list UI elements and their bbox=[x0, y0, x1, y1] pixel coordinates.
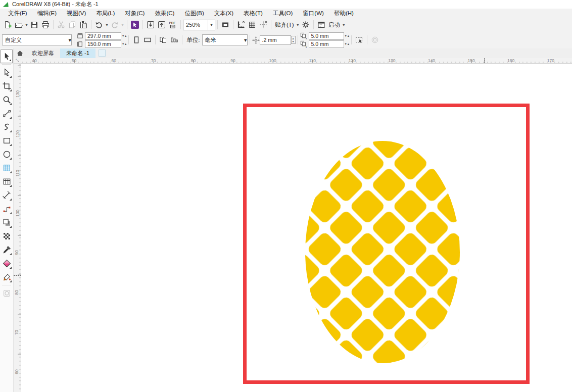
transparency-tool[interactable] bbox=[1, 229, 13, 243]
redo-icon[interactable] bbox=[109, 19, 120, 30]
home-icon[interactable] bbox=[14, 48, 26, 58]
page-height-icon bbox=[76, 40, 84, 48]
menu-item-10[interactable]: 窗口(W) bbox=[298, 9, 329, 18]
color-eyedropper-tool[interactable] bbox=[1, 243, 13, 257]
menu-item-1[interactable]: 编辑(E) bbox=[32, 9, 62, 18]
shape-tool[interactable] bbox=[1, 66, 13, 79]
grid-toggle-icon[interactable] bbox=[247, 19, 258, 30]
divider bbox=[74, 35, 74, 44]
chevron-down-icon[interactable]: ▾ bbox=[68, 37, 71, 43]
launch-icon[interactable] bbox=[316, 19, 327, 30]
duplicate-y-field[interactable]: 5.0 mm bbox=[309, 40, 344, 48]
duplicate-x-stepper[interactable]: ▾ ▴ bbox=[345, 34, 349, 38]
chevron-down-icon[interactable]: ▾ bbox=[105, 23, 109, 27]
menu-item-0[interactable]: 文件(F) bbox=[3, 9, 32, 18]
chevron-down-icon[interactable]: ▾ bbox=[296, 23, 300, 27]
all-pages-button[interactable] bbox=[158, 34, 169, 45]
divider bbox=[367, 35, 367, 44]
page-height-stepper[interactable]: ▾ ▴ bbox=[122, 42, 126, 46]
copy-icon[interactable] bbox=[67, 19, 78, 30]
vruler-label-60: 60 bbox=[14, 369, 19, 374]
svg-text:y: y bbox=[305, 44, 307, 48]
smart-fill-tool[interactable] bbox=[1, 270, 13, 284]
hruler-label-80: 80 bbox=[191, 58, 196, 63]
current-page-button[interactable] bbox=[169, 34, 180, 45]
menu-item-11[interactable]: 帮助(H) bbox=[329, 9, 359, 18]
menu-item-2[interactable]: 视图(V) bbox=[62, 9, 91, 18]
search-content-icon[interactable] bbox=[129, 19, 140, 30]
document-tab-1[interactable]: 未命名 -1 bbox=[60, 48, 96, 58]
menu-item-9[interactable]: 工具(O) bbox=[268, 9, 298, 18]
vertical-ruler[interactable]: 13012011010090807060 bbox=[14, 64, 21, 392]
pattern-ellipse-shape[interactable] bbox=[21, 64, 572, 392]
treat-as-filled-button[interactable] bbox=[354, 34, 365, 45]
new-document-icon[interactable] bbox=[2, 19, 13, 30]
rectangle-tool[interactable] bbox=[1, 134, 13, 148]
zoom-level-combo[interactable]: 250%▾ bbox=[183, 20, 215, 30]
chevron-down-icon[interactable]: ▾ bbox=[208, 20, 215, 30]
drop-shadow-tool[interactable] bbox=[1, 216, 13, 229]
rulers-toggle-icon[interactable] bbox=[235, 19, 247, 30]
chevron-down-icon[interactable]: ▾ bbox=[120, 23, 125, 27]
import-icon[interactable] bbox=[145, 19, 156, 30]
crop-tool[interactable] bbox=[1, 79, 13, 93]
parallel-dimension-tool[interactable] bbox=[1, 188, 13, 202]
interactive-fill-tool[interactable] bbox=[1, 257, 13, 270]
ruler-origin-button[interactable]: ⤡ bbox=[14, 58, 21, 64]
units-combo[interactable]: 毫米 ▾ bbox=[202, 34, 248, 45]
page-width-field[interactable]: 297.0 mm bbox=[85, 32, 121, 40]
open-icon[interactable] bbox=[13, 19, 24, 30]
vruler-label-70: 70 bbox=[14, 330, 19, 334]
launch-dropdown[interactable]: 启动 bbox=[327, 21, 342, 29]
nudge-distance-field[interactable]: .2 mm bbox=[260, 35, 291, 45]
menu-item-8[interactable]: 表格(T) bbox=[239, 9, 268, 18]
toolbar-divider bbox=[180, 20, 181, 29]
horizontal-ruler[interactable]: 405060708090100110120130140150160170 bbox=[21, 58, 572, 64]
page-height-field[interactable]: 150.0 mm bbox=[85, 40, 121, 48]
fullscreen-preview-icon[interactable] bbox=[220, 19, 231, 30]
cut-icon[interactable] bbox=[56, 19, 67, 30]
document-tab-0[interactable]: 欢迎屏幕 bbox=[26, 48, 60, 58]
hruler-label-50: 50 bbox=[72, 58, 76, 63]
landscape-button[interactable] bbox=[142, 34, 153, 45]
new-tab-button[interactable] bbox=[99, 50, 106, 57]
menu-item-3[interactable]: 布局(L) bbox=[91, 9, 120, 18]
graph-paper-tool[interactable] bbox=[1, 161, 13, 175]
units-label: 单位: bbox=[184, 36, 202, 44]
connector-tool[interactable] bbox=[1, 202, 13, 216]
drawing-canvas[interactable] bbox=[21, 64, 572, 392]
table-tool[interactable] bbox=[1, 175, 13, 188]
outline-pen-tool[interactable] bbox=[1, 286, 13, 300]
menu-item-5[interactable]: 效果(C) bbox=[150, 9, 179, 18]
duplicate-y-stepper[interactable]: ▾ ▴ bbox=[345, 42, 349, 46]
save-icon[interactable] bbox=[29, 19, 40, 30]
print-icon[interactable] bbox=[40, 19, 51, 30]
page-width-stepper[interactable]: ▾ ▴ bbox=[122, 34, 126, 38]
nudge-stepper[interactable]: ▴▾ bbox=[291, 36, 296, 44]
paste-icon[interactable] bbox=[78, 19, 89, 30]
duplicate-x-field[interactable]: 5.0 mm bbox=[309, 32, 344, 40]
menu-item-7[interactable]: 文本(X) bbox=[209, 9, 239, 18]
options-gear-icon[interactable] bbox=[300, 19, 311, 30]
portrait-button[interactable] bbox=[131, 34, 142, 45]
menu-item-6[interactable]: 位图(B) bbox=[179, 9, 209, 18]
zoom-tool[interactable] bbox=[1, 93, 13, 107]
chevron-down-icon[interactable]: ▾ bbox=[342, 23, 346, 27]
toolbar-divider bbox=[91, 20, 91, 29]
ruler-cursor-indicator bbox=[14, 275, 21, 276]
undo-icon[interactable] bbox=[93, 19, 105, 30]
pdf-publish-icon[interactable]: PDF bbox=[167, 19, 178, 30]
chevron-down-icon[interactable]: ▾ bbox=[24, 23, 29, 27]
freehand-tool[interactable] bbox=[1, 107, 13, 120]
page-width-icon bbox=[76, 32, 84, 40]
page-preset-combo[interactable]: 自定义 ▾ bbox=[2, 34, 72, 45]
menu-item-4[interactable]: 对象(C) bbox=[120, 9, 150, 18]
export-icon[interactable] bbox=[156, 19, 167, 30]
guidelines-toggle-icon[interactable] bbox=[258, 19, 269, 30]
snap-dropdown[interactable]: 贴齐(T) bbox=[273, 21, 296, 29]
artistic-media-tool[interactable] bbox=[1, 120, 13, 134]
wrap-paragraph-text-button[interactable] bbox=[369, 34, 380, 45]
ellipse-tool[interactable] bbox=[1, 148, 13, 161]
pick-tool[interactable] bbox=[1, 50, 13, 63]
chevron-down-icon[interactable]: ▾ bbox=[244, 37, 247, 43]
